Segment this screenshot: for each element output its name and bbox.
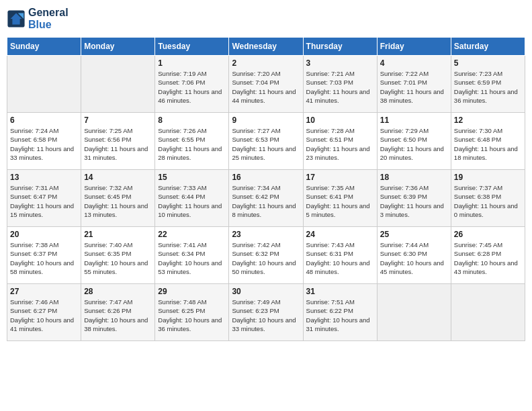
day-info: Sunrise: 7:28 AM Sunset: 6:51 PM Dayligh… — [306, 126, 374, 162]
day-cell: 4Sunrise: 7:22 AM Sunset: 7:01 PM Daylig… — [377, 56, 451, 113]
week-row-1: 6Sunrise: 7:24 AM Sunset: 6:58 PM Daylig… — [7, 113, 525, 170]
day-number: 6 — [10, 116, 78, 125]
day-info: Sunrise: 7:33 AM Sunset: 6:44 PM Dayligh… — [158, 183, 226, 219]
week-row-4: 27Sunrise: 7:46 AM Sunset: 6:27 PM Dayli… — [7, 284, 525, 341]
day-info: Sunrise: 7:35 AM Sunset: 6:41 PM Dayligh… — [306, 183, 374, 219]
week-row-0: 1Sunrise: 7:19 AM Sunset: 7:06 PM Daylig… — [7, 56, 525, 113]
day-info: Sunrise: 7:36 AM Sunset: 6:39 PM Dayligh… — [380, 183, 448, 219]
day-info: Sunrise: 7:48 AM Sunset: 6:25 PM Dayligh… — [158, 298, 226, 333]
day-cell: 26Sunrise: 7:45 AM Sunset: 6:28 PM Dayli… — [451, 227, 525, 284]
day-number: 30 — [232, 287, 300, 296]
calendar-table: SundayMondayTuesdayWednesdayThursdayFrid… — [7, 37, 525, 341]
day-info: Sunrise: 7:23 AM Sunset: 6:59 PM Dayligh… — [454, 69, 522, 105]
day-cell: 13Sunrise: 7:31 AM Sunset: 6:47 PM Dayli… — [7, 170, 81, 227]
day-cell: 30Sunrise: 7:49 AM Sunset: 6:23 PM Dayli… — [229, 284, 303, 341]
day-number: 18 — [380, 173, 448, 182]
day-number: 20 — [10, 230, 78, 239]
day-number: 27 — [10, 287, 78, 296]
header-cell-saturday: Saturday — [451, 38, 525, 56]
header-cell-monday: Monday — [81, 38, 155, 56]
day-cell: 14Sunrise: 7:32 AM Sunset: 6:45 PM Dayli… — [81, 170, 155, 227]
day-cell: 7Sunrise: 7:25 AM Sunset: 6:56 PM Daylig… — [81, 113, 155, 170]
day-cell: 12Sunrise: 7:30 AM Sunset: 6:48 PM Dayli… — [451, 113, 525, 170]
day-cell: 29Sunrise: 7:48 AM Sunset: 6:25 PM Dayli… — [155, 284, 229, 341]
day-number: 26 — [454, 230, 522, 239]
day-cell: 11Sunrise: 7:29 AM Sunset: 6:50 PM Dayli… — [377, 113, 451, 170]
day-cell: 9Sunrise: 7:27 AM Sunset: 6:53 PM Daylig… — [229, 113, 303, 170]
day-cell: 3Sunrise: 7:21 AM Sunset: 7:03 PM Daylig… — [303, 56, 377, 113]
header-cell-thursday: Thursday — [303, 38, 377, 56]
day-number: 10 — [306, 116, 374, 125]
day-number: 3 — [306, 58, 374, 68]
day-number: 11 — [380, 116, 448, 125]
day-cell: 21Sunrise: 7:40 AM Sunset: 6:35 PM Dayli… — [81, 227, 155, 284]
day-number: 19 — [454, 173, 522, 182]
day-info: Sunrise: 7:37 AM Sunset: 6:38 PM Dayligh… — [454, 183, 522, 219]
day-info: Sunrise: 7:19 AM Sunset: 7:06 PM Dayligh… — [158, 69, 226, 105]
day-number: 15 — [158, 173, 226, 182]
day-cell: 2Sunrise: 7:20 AM Sunset: 7:04 PM Daylig… — [229, 56, 303, 113]
day-number: 1 — [158, 58, 226, 68]
day-number: 9 — [232, 116, 300, 125]
day-info: Sunrise: 7:31 AM Sunset: 6:47 PM Dayligh… — [10, 183, 78, 219]
day-number: 8 — [158, 116, 226, 125]
day-number: 29 — [158, 287, 226, 296]
day-cell: 25Sunrise: 7:44 AM Sunset: 6:30 PM Dayli… — [377, 227, 451, 284]
day-info: Sunrise: 7:40 AM Sunset: 6:35 PM Dayligh… — [84, 240, 152, 276]
day-cell: 16Sunrise: 7:34 AM Sunset: 6:42 PM Dayli… — [229, 170, 303, 227]
day-cell: 15Sunrise: 7:33 AM Sunset: 6:44 PM Dayli… — [155, 170, 229, 227]
day-number: 7 — [84, 116, 152, 125]
day-number: 5 — [454, 58, 522, 68]
day-info: Sunrise: 7:24 AM Sunset: 6:58 PM Dayligh… — [10, 126, 78, 162]
day-cell — [7, 56, 81, 113]
header-cell-friday: Friday — [377, 38, 451, 56]
day-cell: 19Sunrise: 7:37 AM Sunset: 6:38 PM Dayli… — [451, 170, 525, 227]
day-info: Sunrise: 7:30 AM Sunset: 6:48 PM Dayligh… — [454, 126, 522, 162]
day-cell: 22Sunrise: 7:41 AM Sunset: 6:34 PM Dayli… — [155, 227, 229, 284]
day-number: 21 — [84, 230, 152, 239]
day-number: 28 — [84, 287, 152, 296]
day-cell: 1Sunrise: 7:19 AM Sunset: 7:06 PM Daylig… — [155, 56, 229, 113]
day-number: 14 — [84, 173, 152, 182]
day-number: 23 — [232, 230, 300, 239]
day-cell: 6Sunrise: 7:24 AM Sunset: 6:58 PM Daylig… — [7, 113, 81, 170]
day-info: Sunrise: 7:49 AM Sunset: 6:23 PM Dayligh… — [232, 298, 300, 333]
day-cell: 5Sunrise: 7:23 AM Sunset: 6:59 PM Daylig… — [451, 56, 525, 113]
day-cell — [377, 284, 451, 341]
day-number: 24 — [306, 230, 374, 239]
day-info: Sunrise: 7:34 AM Sunset: 6:42 PM Dayligh… — [232, 183, 300, 219]
calendar-header: SundayMondayTuesdayWednesdayThursdayFrid… — [7, 38, 525, 56]
day-info: Sunrise: 7:25 AM Sunset: 6:56 PM Dayligh… — [84, 126, 152, 162]
day-info: Sunrise: 7:27 AM Sunset: 6:53 PM Dayligh… — [232, 126, 300, 162]
day-info: Sunrise: 7:47 AM Sunset: 6:26 PM Dayligh… — [84, 298, 152, 333]
day-cell — [81, 56, 155, 113]
day-number: 17 — [306, 173, 374, 182]
day-number: 31 — [306, 287, 374, 296]
day-cell: 27Sunrise: 7:46 AM Sunset: 6:27 PM Dayli… — [7, 284, 81, 341]
logo: General Blue — [7, 7, 69, 30]
day-cell: 28Sunrise: 7:47 AM Sunset: 6:26 PM Dayli… — [81, 284, 155, 341]
day-info: Sunrise: 7:45 AM Sunset: 6:28 PM Dayligh… — [454, 240, 522, 276]
day-number: 2 — [232, 58, 300, 68]
header-row: SundayMondayTuesdayWednesdayThursdayFrid… — [7, 38, 525, 56]
day-cell: 8Sunrise: 7:26 AM Sunset: 6:55 PM Daylig… — [155, 113, 229, 170]
header-cell-wednesday: Wednesday — [229, 38, 303, 56]
week-row-3: 20Sunrise: 7:38 AM Sunset: 6:37 PM Dayli… — [7, 227, 525, 284]
day-number: 22 — [158, 230, 226, 239]
logo-icon — [7, 9, 26, 28]
day-info: Sunrise: 7:43 AM Sunset: 6:31 PM Dayligh… — [306, 240, 374, 276]
day-cell — [451, 284, 525, 341]
day-info: Sunrise: 7:42 AM Sunset: 6:32 PM Dayligh… — [232, 240, 300, 276]
day-info: Sunrise: 7:44 AM Sunset: 6:30 PM Dayligh… — [380, 240, 448, 276]
logo-text: General Blue — [28, 7, 69, 30]
day-cell: 17Sunrise: 7:35 AM Sunset: 6:41 PM Dayli… — [303, 170, 377, 227]
day-cell: 18Sunrise: 7:36 AM Sunset: 6:39 PM Dayli… — [377, 170, 451, 227]
day-cell: 23Sunrise: 7:42 AM Sunset: 6:32 PM Dayli… — [229, 227, 303, 284]
day-info: Sunrise: 7:26 AM Sunset: 6:55 PM Dayligh… — [158, 126, 226, 162]
calendar-body: 1Sunrise: 7:19 AM Sunset: 7:06 PM Daylig… — [7, 56, 525, 341]
header-cell-tuesday: Tuesday — [155, 38, 229, 56]
day-info: Sunrise: 7:38 AM Sunset: 6:37 PM Dayligh… — [10, 240, 78, 276]
day-number: 25 — [380, 230, 448, 239]
day-cell: 31Sunrise: 7:51 AM Sunset: 6:22 PM Dayli… — [303, 284, 377, 341]
header-cell-sunday: Sunday — [7, 38, 81, 56]
